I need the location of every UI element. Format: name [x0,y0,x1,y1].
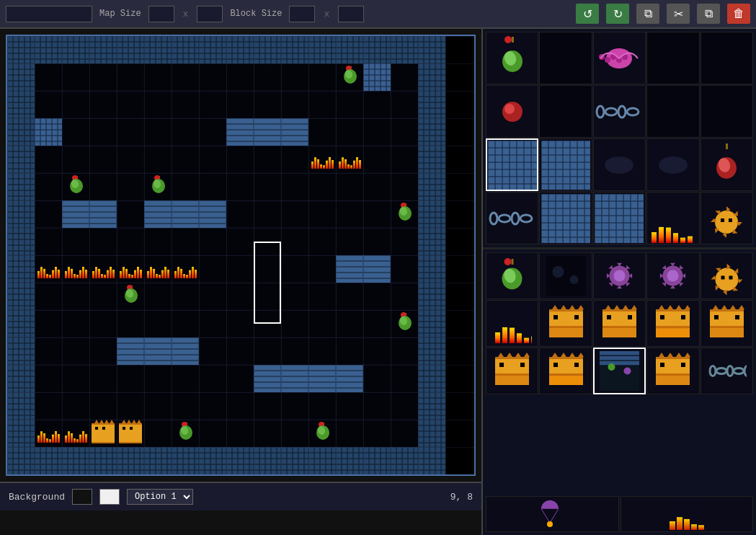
toolbar: map3 Map Size 16 x 16 Block Size 8 x 8 ↺… [0,0,756,29]
extra-cell-1[interactable] [621,496,754,532]
item-cell-13[interactable] [646,348,699,394]
item-cell-1[interactable] [539,252,592,299]
background-color-swatch[interactable] [72,489,92,505]
sprite-cell-7[interactable] [593,85,646,138]
cut-button[interactable]: ✂ [667,4,690,24]
undo-button[interactable]: ↺ [576,4,599,24]
sprite-cell-2[interactable] [593,32,646,84]
background-label: Background [9,492,65,503]
sprite-cell-11[interactable] [539,138,592,191]
sprite-cell-9[interactable] [701,85,753,138]
item-cell-12[interactable] [593,348,646,394]
map-width-input[interactable]: 16 [148,6,174,22]
map-canvas[interactable] [7,36,445,474]
item-cell-6[interactable] [539,300,592,347]
map-x-separator: x [183,9,189,19]
sprite-cell-16[interactable] [539,192,592,244]
coordinates: 9, 8 [450,492,473,503]
sprite-cell-3[interactable] [646,32,699,84]
sprite-cell-13[interactable] [646,138,699,191]
sprite-cell-19[interactable] [701,192,753,244]
item-cell-3[interactable] [646,252,699,299]
sprite-sheet-bottom [483,249,756,493]
sprite-sheet-top [483,29,756,249]
paste-button[interactable]: ⧉ [697,4,720,24]
block-height-input[interactable]: 8 [338,6,364,22]
right-panel [483,29,756,535]
item-cell-0[interactable] [486,252,538,299]
extra-cell-0[interactable] [486,496,619,532]
sprite-cell-10[interactable] [486,138,538,191]
background-dropdown[interactable]: Option 1 Option 2 [127,489,193,505]
map-area: Background Option 1 Option 2 9, 8 [0,29,483,535]
item-cell-5[interactable] [486,300,538,347]
item-cell-7[interactable] [593,300,646,347]
item-cell-11[interactable] [539,348,592,394]
sprite-extra-row [483,493,756,535]
copy-button[interactable]: ⧉ [636,4,659,24]
map-outer[interactable] [6,35,476,476]
bottom-bar: Background Option 1 Option 2 9, 8 [0,482,481,510]
map-size-label: Map Size [99,9,141,19]
background-color-swatch2[interactable] [99,489,120,505]
map-height-input[interactable]: 16 [197,6,223,22]
item-cell-10[interactable] [486,348,538,394]
sprite-grid-top [486,32,753,244]
sprite-cell-4[interactable] [701,32,753,84]
sprite-grid-bottom [486,252,753,394]
item-cell-14[interactable] [701,348,753,394]
redo-button[interactable]: ↻ [606,4,629,24]
sprite-cell-15[interactable] [486,192,538,244]
block-width-input[interactable]: 8 [289,6,315,22]
sprite-cell-0[interactable] [486,32,538,84]
item-cell-2[interactable] [593,252,646,299]
delete-button[interactable]: 🗑 [727,4,750,24]
sprite-cell-14[interactable] [701,138,753,191]
item-cell-9[interactable] [701,300,753,347]
sprite-cell-1[interactable] [539,32,592,84]
sprite-cell-6[interactable] [539,85,592,138]
sprite-cell-8[interactable] [646,85,699,138]
block-x-separator: x [324,9,329,19]
sprite-cell-17[interactable] [593,192,646,244]
main-layout: Background Option 1 Option 2 9, 8 [0,29,756,535]
item-cell-4[interactable] [701,252,753,299]
item-cell-8[interactable] [646,300,699,347]
sprite-cell-5[interactable] [486,85,538,138]
sprite-cell-12[interactable] [593,138,646,191]
map-name-input[interactable]: map3 [6,6,92,22]
block-size-label: Block Size [230,9,282,19]
sprite-cell-18[interactable] [646,192,699,244]
